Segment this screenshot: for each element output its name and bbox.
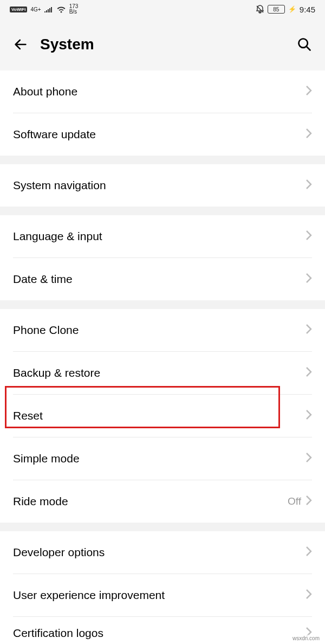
chevron-right-icon [306,85,312,98]
row-value: Off [288,495,301,507]
row-label: About phone [13,85,306,98]
row-ride-mode[interactable]: Ride mode Off [0,480,325,523]
row-label: User experience improvement [13,589,306,602]
mute-icon [256,5,264,14]
settings-group: System navigation [0,164,325,207]
signal-bars-icon [44,6,53,12]
status-bar: VoWiFi 4G+ 173 B/s 85 ⚡ 9:45 [0,0,325,18]
chevron-right-icon [306,179,312,192]
vowifi-badge: VoWiFi [10,7,27,12]
battery-icon: 85 [268,5,285,14]
status-right: 85 ⚡ 9:45 [256,5,315,14]
row-label: Backup & restore [13,366,306,379]
chevron-right-icon [306,452,312,465]
section-gap [0,156,325,164]
row-label: Phone Clone [13,324,306,337]
row-label: Simple mode [13,452,306,465]
network-speed: 173 B/s [69,4,79,15]
row-language-input[interactable]: Language & input [0,215,325,257]
back-icon[interactable] [13,37,28,52]
charging-icon: ⚡ [288,5,296,13]
chevron-right-icon [306,495,312,508]
row-label: Ride mode [13,495,288,508]
row-phone-clone[interactable]: Phone Clone [0,309,325,351]
chevron-right-icon [306,409,312,422]
row-date-time[interactable]: Date & time [0,258,325,300]
row-label: Language & input [13,230,306,243]
section-gap [0,300,325,309]
settings-group: Developer options User experience improv… [0,531,325,644]
row-developer-options[interactable]: Developer options [0,531,325,574]
chevron-right-icon [306,273,312,286]
row-label: Date & time [13,273,306,286]
chevron-right-icon [306,324,312,337]
row-label: Reset [13,409,306,422]
chevron-right-icon [306,366,312,379]
chevron-right-icon [306,546,312,559]
row-about-phone[interactable]: About phone [0,70,325,113]
clock-time: 9:45 [300,5,315,14]
row-label: Certification logos [13,627,306,640]
row-label: System navigation [13,179,306,192]
search-icon[interactable] [297,37,312,52]
section-gap [0,207,325,215]
page-title: System [40,36,285,53]
row-reset[interactable]: Reset [0,395,325,437]
row-backup-restore[interactable]: Backup & restore [0,352,325,394]
watermark: wsxdn.com [290,635,322,642]
section-gap [0,523,325,531]
row-label: Software update [13,128,306,141]
row-system-navigation[interactable]: System navigation [0,164,325,207]
settings-group: About phone Software update [0,70,325,156]
wifi-icon [56,6,66,13]
settings-group: Language & input Date & time [0,215,325,300]
row-user-experience[interactable]: User experience improvement [0,574,325,616]
chevron-right-icon [306,128,312,141]
row-certification-logos[interactable]: Certification logos [0,617,325,644]
chevron-right-icon [306,230,312,243]
settings-group: Phone Clone Backup & restore Reset Simpl… [0,309,325,523]
row-software-update[interactable]: Software update [0,113,325,156]
status-left: VoWiFi 4G+ 173 B/s [10,4,78,15]
signal-text: 4G+ [30,7,41,12]
app-header: System [0,18,325,70]
row-simple-mode[interactable]: Simple mode [0,437,325,480]
chevron-right-icon [306,589,312,602]
row-label: Developer options [13,546,306,559]
